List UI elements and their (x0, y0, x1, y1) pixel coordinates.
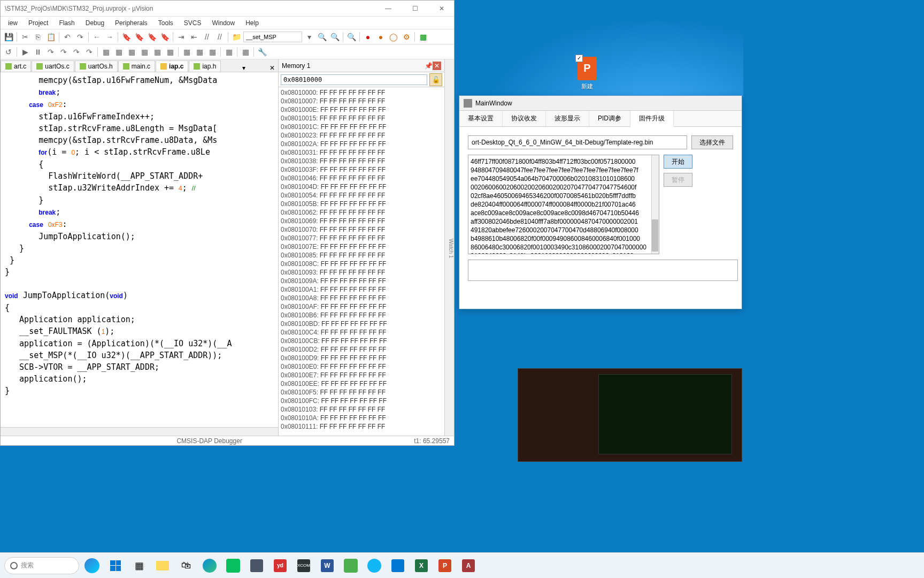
tab-uartos-c[interactable]: uartOs.c (32, 60, 74, 72)
horizontal-scrollbar[interactable] (1, 427, 278, 436)
find-icon[interactable]: 🔍 (316, 31, 328, 43)
edge-icon[interactable] (199, 555, 220, 576)
menu-view[interactable]: iew (3, 18, 23, 28)
redo-icon[interactable]: ↷ (74, 31, 86, 43)
tab-iap-c[interactable]: iap.c (156, 60, 188, 72)
side-panel-watch[interactable]: Watch 1 (444, 59, 454, 436)
toolbar-search-input[interactable] (243, 32, 302, 42)
step-out-icon[interactable]: ↷ (71, 46, 82, 58)
close-button[interactable]: ✕ (434, 3, 450, 14)
qt-titlebar[interactable]: MainWindow (459, 96, 742, 111)
uncomment-icon[interactable]: // (214, 31, 226, 43)
memory-close-icon[interactable]: ✕ (433, 62, 441, 70)
window-layout-icon[interactable]: ▦ (100, 46, 112, 58)
cut-icon[interactable]: ✂ (19, 31, 31, 43)
find-in-files-icon[interactable]: 🔍 (329, 31, 341, 43)
file-path-input[interactable] (468, 135, 687, 149)
checkbox-icon[interactable]: ✓ (575, 55, 583, 62)
copy-icon[interactable]: ⎘ (32, 31, 44, 43)
memory-icon[interactable]: ▦ (164, 46, 176, 58)
hex-display[interactable]: 46ff717ff00f0871800f04ff803b4ff712ff03bc… (468, 155, 659, 254)
calculator-icon[interactable] (246, 555, 267, 576)
bookmark-clear-icon[interactable]: 🔖 (159, 31, 171, 43)
tab-main-c[interactable]: main.c (118, 60, 155, 72)
menu-flash[interactable]: Flash (53, 18, 80, 28)
analysis-icon[interactable]: ▦ (194, 46, 205, 58)
log-output[interactable] (468, 260, 738, 281)
window-icon[interactable]: ▦ (417, 31, 429, 43)
minimize-button[interactable]: — (380, 3, 396, 14)
qt-tab-pid[interactable]: PID调参 (589, 111, 630, 126)
pause-button[interactable]: 暂停 (664, 173, 692, 187)
start-button[interactable] (105, 555, 126, 576)
desktop-ppt-shortcut[interactable]: ✓ P 新建 (575, 57, 599, 90)
word-icon[interactable]: W (317, 555, 338, 576)
qq-icon[interactable] (364, 555, 385, 576)
qt-tab-firmware[interactable]: 固件升级 (630, 111, 674, 127)
task-view-icon[interactable]: ▦ (128, 555, 150, 576)
menu-peripherals[interactable]: Peripherals (110, 18, 153, 28)
callstack-icon[interactable]: ▦ (138, 46, 150, 58)
menu-project[interactable]: Project (23, 18, 53, 28)
record2-icon[interactable]: ● (375, 31, 387, 43)
nav-back-icon[interactable]: ← (91, 31, 103, 43)
maximize-button[interactable]: ☐ (407, 3, 423, 14)
store-icon[interactable]: 🛍 (175, 555, 197, 576)
magnifier-icon[interactable] (387, 555, 409, 576)
ide-titlebar[interactable]: \STM32_ProjOs\MDK\STM32_Proj.uvprojx - µ… (1, 1, 454, 17)
tab-close-icon[interactable]: ✕ (266, 64, 278, 72)
youdao-icon[interactable]: yd (270, 555, 291, 576)
system-icon[interactable]: ▦ (240, 46, 251, 58)
debug-icon[interactable]: 🔍 (345, 31, 357, 43)
select-file-button[interactable]: 选择文件 (691, 135, 733, 149)
menu-help[interactable]: Help (240, 18, 264, 28)
excel-icon[interactable]: X (411, 555, 432, 576)
record4-icon[interactable]: ⚙ (401, 31, 412, 43)
start-button[interactable]: 开始 (664, 155, 692, 169)
xcom-icon[interactable]: XCOM (293, 555, 314, 576)
memory-pin-icon[interactable]: 📌 (424, 62, 433, 70)
stop-icon[interactable]: ⏸ (32, 46, 44, 58)
menu-svcs[interactable]: SVCS (179, 18, 207, 28)
bookmark-prev-icon[interactable]: 🔖 (146, 31, 158, 43)
qt-tab-wave[interactable]: 波形显示 (546, 111, 589, 126)
access-icon[interactable]: A (458, 555, 479, 576)
qt-tab-basic[interactable]: 基本设置 (459, 111, 503, 126)
pinyin-icon[interactable] (340, 555, 361, 576)
memory-hex-view[interactable]: 0x08010000: FF FF FF FF FF FF FF0x080100… (279, 87, 444, 436)
tab-dropdown-icon[interactable]: ▾ (239, 64, 249, 72)
undo-icon[interactable]: ↶ (61, 31, 73, 43)
tab-iap-h[interactable]: iap.h (189, 60, 221, 72)
comment-icon[interactable]: // (201, 31, 213, 43)
hex-scrollbar[interactable] (651, 155, 659, 254)
logic-icon[interactable]: ▦ (223, 46, 235, 58)
memory-address-input[interactable] (281, 74, 427, 85)
run-icon[interactable]: ▶ (19, 46, 31, 58)
record3-icon[interactable]: ◯ (388, 31, 399, 43)
save-icon[interactable]: 💾 (3, 31, 14, 43)
dropdown-icon[interactable]: ▾ (303, 31, 315, 43)
qt-tab-protocol[interactable]: 协议收发 (503, 111, 546, 126)
explorer-icon[interactable] (152, 555, 173, 576)
lock-icon[interactable]: 🔓 (429, 73, 442, 86)
step-over-icon[interactable]: ↷ (58, 46, 70, 58)
trace-icon[interactable]: ▦ (206, 46, 218, 58)
run-to-icon[interactable]: ↷ (83, 46, 95, 58)
bookmark-next-icon[interactable]: 🔖 (133, 31, 145, 43)
tools-icon[interactable]: 🔧 (256, 46, 268, 58)
watch-icon[interactable]: ▦ (151, 46, 163, 58)
outdent-icon[interactable]: ⇤ (188, 31, 200, 43)
tab-art-c[interactable]: art.c (1, 60, 31, 72)
wechat-icon[interactable] (222, 555, 244, 576)
folder-icon[interactable]: 📁 (230, 31, 242, 43)
powerpoint-icon[interactable]: P (434, 555, 456, 576)
menu-debug[interactable]: Debug (80, 18, 110, 28)
menu-tools[interactable]: Tools (153, 18, 179, 28)
step-icon[interactable]: ↷ (45, 46, 57, 58)
registers-icon[interactable]: ▦ (126, 46, 137, 58)
memory-header[interactable]: Memory 1 📌 ✕ (279, 59, 444, 72)
menu-window[interactable]: Window (207, 18, 241, 28)
indent-icon[interactable]: ⇥ (175, 31, 187, 43)
tab-uartos-h[interactable]: uartOs.h (75, 60, 118, 72)
weather-widget[interactable] (81, 555, 103, 576)
